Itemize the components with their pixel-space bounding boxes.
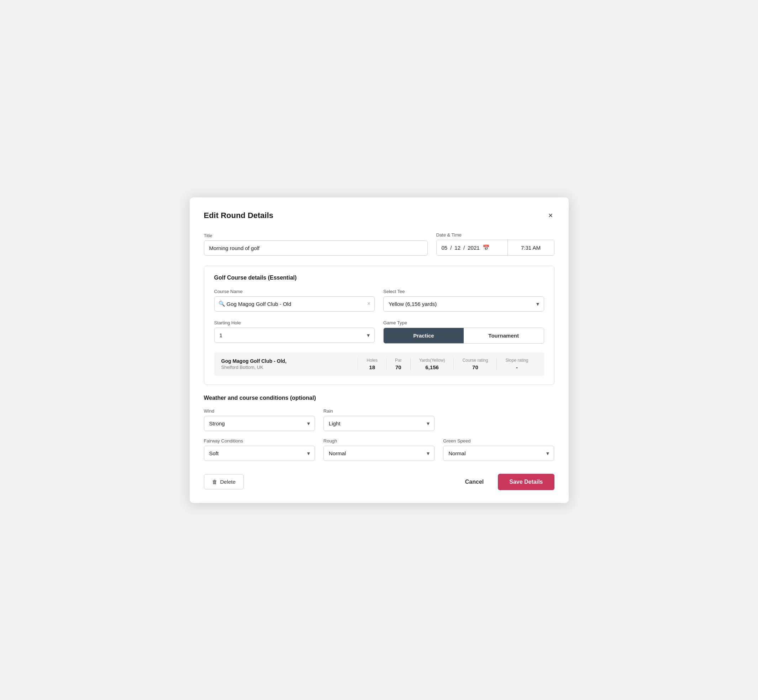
- modal-footer: 🗑 Delete Cancel Save Details: [204, 471, 554, 490]
- rain-dropdown[interactable]: NoneLight ModerateHeavy: [324, 416, 434, 431]
- course-name-input[interactable]: [214, 296, 375, 312]
- edit-round-modal: Edit Round Details × Title Date & Time 0…: [190, 197, 568, 503]
- date-time-container: 05 / 12 / 2021 📅 7:31 AM: [436, 240, 554, 256]
- par-value: 70: [395, 364, 401, 370]
- starting-hole-label: Starting Hole: [214, 320, 375, 325]
- date-day: 12: [454, 245, 460, 251]
- select-tee-label: Select Tee: [383, 289, 544, 294]
- game-type-field-group: Game Type Practice Tournament: [383, 320, 544, 344]
- course-rating-stat: Course rating 70: [453, 358, 496, 370]
- starting-hole-dropdown[interactable]: 1234 5678 910: [214, 328, 375, 343]
- modal-header: Edit Round Details ×: [204, 210, 554, 221]
- rain-label: Rain: [324, 408, 434, 414]
- tournament-button[interactable]: Tournament: [464, 328, 544, 343]
- fairway-dropdown[interactable]: DryNormal SoftWet: [204, 446, 315, 461]
- calendar-icon: 📅: [482, 244, 490, 251]
- game-type-label: Game Type: [383, 320, 544, 325]
- date-sep1: /: [450, 245, 452, 251]
- course-name-field-group: Course Name 🔍 ×: [214, 289, 375, 312]
- course-section-title: Golf Course details (Essential): [214, 275, 544, 281]
- course-rating-label: Course rating: [462, 358, 488, 363]
- clear-course-icon[interactable]: ×: [367, 300, 370, 307]
- weather-title: Weather and course conditions (optional): [204, 395, 554, 401]
- course-details-section: Golf Course details (Essential) Course N…: [204, 266, 554, 385]
- delete-button[interactable]: 🗑 Delete: [204, 474, 244, 489]
- select-tee-wrapper: Yellow (6,156 yards) White Red ▾: [383, 296, 544, 312]
- holes-label: Holes: [366, 358, 377, 363]
- rough-field-group: Rough ShortNormal LongVery Long ▾: [324, 438, 434, 461]
- yards-label: Yards(Yellow): [419, 358, 445, 363]
- slope-rating-value: -: [516, 364, 518, 370]
- green-speed-field-group: Green Speed SlowNormal FastVery Fast ▾: [443, 438, 554, 461]
- holes-stat: Holes 18: [358, 358, 386, 370]
- rough-label: Rough: [324, 438, 434, 444]
- fairway-rough-green-row: Fairway Conditions DryNormal SoftWet ▾ R…: [204, 438, 554, 461]
- weather-section: Weather and course conditions (optional)…: [204, 395, 554, 461]
- course-info-bar: Gog Magog Golf Club - Old, Shelford Bott…: [214, 352, 544, 376]
- course-info-name: Gog Magog Golf Club - Old,: [221, 358, 358, 364]
- starting-hole-field-group: Starting Hole 1234 5678 910 ▾: [214, 320, 375, 344]
- course-rating-value: 70: [472, 364, 478, 370]
- select-tee-dropdown[interactable]: Yellow (6,156 yards) White Red: [383, 296, 544, 312]
- delete-label: Delete: [220, 479, 236, 485]
- wind-field-group: Wind CalmLightModerate StrongVery Strong…: [204, 408, 315, 431]
- par-label: Par: [395, 358, 402, 363]
- wind-rain-row: Wind CalmLightModerate StrongVery Strong…: [204, 408, 554, 431]
- slope-rating-stat: Slope rating -: [496, 358, 537, 370]
- close-button[interactable]: ×: [547, 210, 554, 221]
- holes-value: 18: [369, 364, 375, 370]
- rain-wrapper: NoneLight ModerateHeavy ▾: [324, 416, 434, 431]
- green-speed-label: Green Speed: [443, 438, 554, 444]
- time-value: 7:31 AM: [521, 245, 540, 251]
- title-field-group: Title: [204, 233, 428, 256]
- date-sep2: /: [464, 245, 465, 251]
- date-field-group: Date & Time 05 / 12 / 2021 📅 7:31 AM: [436, 232, 554, 256]
- starting-hole-wrapper: 1234 5678 910 ▾: [214, 328, 375, 343]
- rough-dropdown[interactable]: ShortNormal LongVery Long: [324, 446, 434, 461]
- title-date-row: Title Date & Time 05 / 12 / 2021 📅 7:31 …: [204, 232, 554, 256]
- wind-wrapper: CalmLightModerate StrongVery Strong ▾: [204, 416, 315, 431]
- title-input[interactable]: [204, 241, 428, 256]
- fairway-label: Fairway Conditions: [204, 438, 315, 444]
- practice-button[interactable]: Practice: [384, 328, 464, 343]
- fairway-field-group: Fairway Conditions DryNormal SoftWet ▾: [204, 438, 315, 461]
- wind-label: Wind: [204, 408, 315, 414]
- starting-hole-game-type-row: Starting Hole 1234 5678 910 ▾ Game Type …: [214, 320, 544, 344]
- trash-icon: 🗑: [212, 479, 218, 485]
- modal-title: Edit Round Details: [204, 211, 274, 220]
- date-year: 2021: [468, 245, 479, 251]
- date-part[interactable]: 05 / 12 / 2021 📅: [437, 240, 508, 255]
- par-stat: Par 70: [386, 358, 410, 370]
- title-label: Title: [204, 233, 428, 238]
- rough-wrapper: ShortNormal LongVery Long ▾: [324, 446, 434, 461]
- save-button[interactable]: Save Details: [498, 474, 554, 490]
- course-name-input-wrapper: 🔍 ×: [214, 296, 375, 312]
- green-speed-dropdown[interactable]: SlowNormal FastVery Fast: [443, 446, 554, 461]
- rain-field-group: Rain NoneLight ModerateHeavy ▾: [324, 408, 434, 431]
- date-label: Date & Time: [436, 232, 554, 238]
- yards-value: 6,156: [425, 364, 439, 370]
- footer-right: Cancel Save Details: [459, 474, 554, 490]
- fairway-wrapper: DryNormal SoftWet ▾: [204, 446, 315, 461]
- game-type-toggle: Practice Tournament: [383, 328, 544, 344]
- cancel-button[interactable]: Cancel: [459, 475, 489, 489]
- date-month: 05: [442, 245, 448, 251]
- wind-dropdown[interactable]: CalmLightModerate StrongVery Strong: [204, 416, 315, 431]
- green-speed-wrapper: SlowNormal FastVery Fast ▾: [443, 446, 554, 461]
- course-info-name-block: Gog Magog Golf Club - Old, Shelford Bott…: [221, 358, 358, 370]
- time-part[interactable]: 7:31 AM: [508, 240, 554, 255]
- select-tee-field-group: Select Tee Yellow (6,156 yards) White Re…: [383, 289, 544, 312]
- slope-rating-label: Slope rating: [505, 358, 528, 363]
- course-info-location: Shelford Bottom, UK: [221, 364, 358, 370]
- course-name-label: Course Name: [214, 289, 375, 294]
- course-name-tee-row: Course Name 🔍 × Select Tee Yellow (6,156…: [214, 289, 544, 312]
- search-icon: 🔍: [219, 300, 225, 307]
- yards-stat: Yards(Yellow) 6,156: [410, 358, 454, 370]
